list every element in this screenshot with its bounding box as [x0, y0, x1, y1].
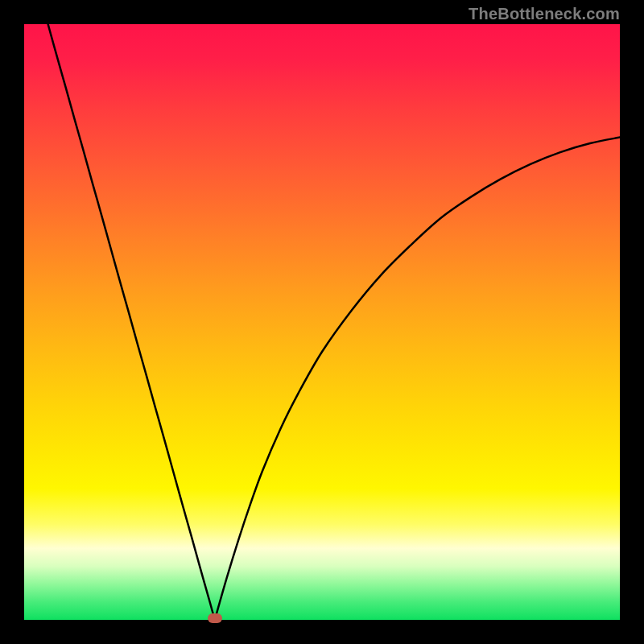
plot-area: [24, 24, 620, 620]
minimum-marker: [208, 613, 222, 623]
chart-frame: TheBottleneck.com: [0, 0, 644, 644]
curve-layer: [24, 24, 620, 620]
watermark-text: TheBottleneck.com: [469, 5, 620, 23]
curve-left-branch: [48, 24, 215, 620]
curve-right-branch: [215, 138, 620, 620]
